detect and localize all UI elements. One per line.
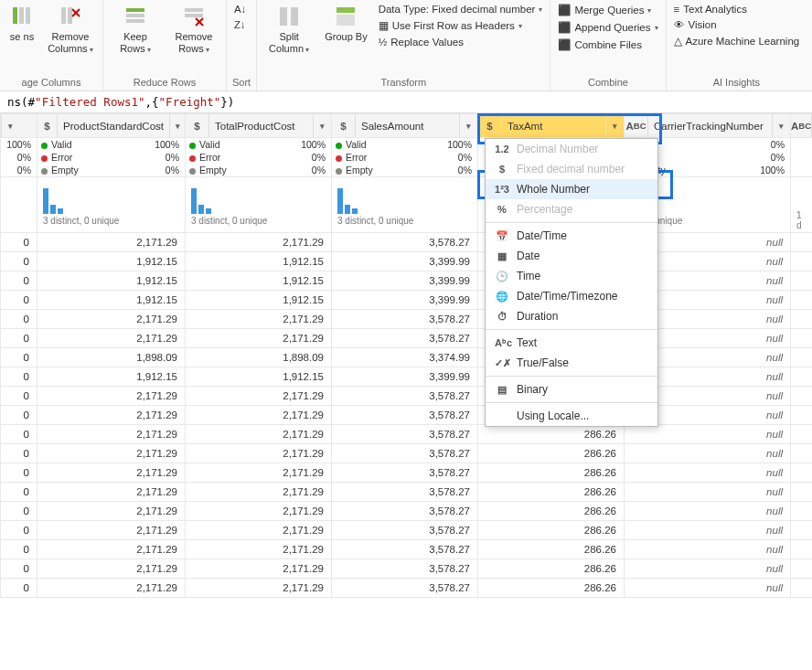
text-analytics-button[interactable]: ≡Text Analytics: [672, 2, 802, 16]
table-cell[interactable]: null: [625, 463, 791, 483]
combine-files-button[interactable]: ⬛Combine Files: [556, 37, 659, 53]
type-option-percentage[interactable]: %Percentage: [486, 199, 657, 219]
type-option-decimal-number[interactable]: 1.2Decimal Number: [486, 139, 657, 159]
table-cell[interactable]: 2,171.29: [186, 387, 332, 406]
type-option-true-false[interactable]: ✓✗True/False: [486, 353, 657, 373]
filter-button-SalesAmount[interactable]: ▾: [459, 114, 477, 137]
table-cell[interactable]: null: [625, 502, 791, 521]
table-cell[interactable]: 286.26: [478, 521, 625, 540]
column-header-SalesAmount[interactable]: SalesAmount: [356, 121, 459, 132]
table-cell[interactable]: 0: [1, 521, 37, 540]
table-cell[interactable]: 2,171.29: [37, 444, 186, 463]
column-header-CarrierTrackingNumber[interactable]: CarrierTrackingNumber: [648, 121, 772, 132]
type-option-date[interactable]: ▦Date: [486, 246, 657, 266]
azure-ml-button[interactable]: △Azure Machine Learning: [672, 33, 802, 49]
data-type-button[interactable]: Data Type: Fixed decimal number: [377, 2, 545, 16]
table-cell[interactable]: 0: [1, 579, 37, 598]
choose-columns-button[interactable]: se ns: [5, 2, 38, 45]
table-cell[interactable]: 1,912.15: [37, 367, 186, 387]
table-cell[interactable]: 0: [1, 425, 37, 444]
table-cell[interactable]: 0: [1, 367, 37, 387]
formula-bar[interactable]: ns(#"Filtered Rows1",{"Freight"}): [0, 91, 812, 113]
table-cell[interactable]: null: [625, 579, 791, 598]
table-cell[interactable]: 3,578.27: [332, 540, 478, 559]
table-cell[interactable]: 1,912.15: [37, 291, 186, 310]
table-cell[interactable]: 2,171.29: [186, 463, 332, 483]
type-option-text[interactable]: AᵇcText: [486, 333, 657, 353]
table-cell[interactable]: 3,578.27: [332, 406, 478, 425]
table-cell[interactable]: 3,374.99: [332, 348, 478, 367]
table-cell[interactable]: null: [625, 521, 791, 540]
table-cell[interactable]: 3,578.27: [332, 483, 478, 502]
type-option-using-locale-[interactable]: Using Locale...: [486, 406, 657, 426]
table-cell[interactable]: 0: [1, 444, 37, 463]
merge-queries-button[interactable]: ⬛Merge Queries: [556, 2, 659, 18]
table-cell[interactable]: 2,171.29: [186, 444, 332, 463]
table-cell[interactable]: 2,171.29: [37, 483, 186, 502]
table-cell[interactable]: 0: [1, 310, 37, 329]
table-cell[interactable]: 2,171.29: [37, 406, 186, 425]
first-row-headers-button[interactable]: ▦Use First Row as Headers: [377, 17, 545, 34]
remove-columns-button[interactable]: Remove Columns: [44, 2, 97, 58]
table-cell[interactable]: 2,171.29: [186, 329, 332, 348]
table-cell[interactable]: 2,171.29: [186, 521, 332, 540]
table-cell[interactable]: 3,578.27: [332, 387, 478, 406]
table-cell[interactable]: 1,912.15: [186, 252, 332, 271]
table-cell[interactable]: 286.26: [478, 483, 625, 502]
keep-rows-button[interactable]: Keep Rows: [109, 2, 162, 58]
table-cell[interactable]: 286.26: [478, 540, 625, 559]
table-cell[interactable]: 3,578.27: [332, 310, 478, 329]
table-cell[interactable]: 0: [1, 387, 37, 406]
table-cell[interactable]: 3,578.27: [332, 425, 478, 444]
table-cell[interactable]: 0: [1, 483, 37, 502]
table-cell[interactable]: 3,578.27: [332, 521, 478, 540]
type-button-CarrierTrackingNumber[interactable]: ABC: [625, 114, 648, 137]
table-cell[interactable]: 2,171.29: [37, 425, 186, 444]
row-filter-button[interactable]: ▾: [1, 114, 19, 137]
table-cell[interactable]: 2,171.29: [186, 406, 332, 425]
table-cell[interactable]: 2,171.29: [37, 463, 186, 483]
table-cell[interactable]: 3,578.27: [332, 233, 478, 252]
table-cell[interactable]: 2,171.29: [186, 579, 332, 598]
table-cell[interactable]: 1,898.09: [37, 348, 186, 367]
type-option-duration[interactable]: ⏱Duration: [486, 306, 657, 326]
column-header-TotalProductCost[interactable]: TotalProductCost: [209, 121, 313, 132]
table-cell[interactable]: 0: [1, 291, 37, 310]
table-cell[interactable]: 2,171.29: [37, 521, 186, 540]
table-cell[interactable]: 0: [1, 502, 37, 521]
table-cell[interactable]: 2,171.29: [37, 559, 186, 579]
table-cell[interactable]: 2,171.29: [37, 579, 186, 598]
table-cell[interactable]: 2,171.29: [37, 540, 186, 559]
table-cell[interactable]: 2,171.29: [186, 425, 332, 444]
table-cell[interactable]: 2,171.29: [37, 502, 186, 521]
filter-button-CarrierTrackingNumber[interactable]: ▾: [772, 114, 790, 137]
table-cell[interactable]: 2,171.29: [186, 310, 332, 329]
type-option-fixed-decimal-number[interactable]: $Fixed decimal number: [486, 159, 657, 179]
filter-button-ProductStandardCost[interactable]: ▾: [169, 114, 185, 137]
column-header-ProductStandardCost[interactable]: ProductStandardCost: [58, 121, 169, 132]
table-cell[interactable]: 1,912.15: [186, 271, 332, 291]
column-header-TaxAmt[interactable]: TaxAmt: [502, 121, 605, 132]
split-column-button[interactable]: Split Column: [262, 2, 315, 58]
table-cell[interactable]: 3,399.99: [332, 252, 478, 271]
type-button-ProductStandardCost[interactable]: $: [37, 114, 58, 137]
type-option-date-time[interactable]: 📅Date/Time: [486, 226, 657, 246]
table-cell[interactable]: null: [625, 483, 791, 502]
type-option-binary[interactable]: ▤Binary: [486, 379, 657, 399]
table-cell[interactable]: 1,912.15: [37, 271, 186, 291]
type-option-whole-number[interactable]: 1²3Whole Number: [486, 179, 657, 199]
type-option-time[interactable]: 🕒Time: [486, 266, 657, 286]
vision-button[interactable]: 👁Vision: [672, 17, 802, 32]
table-cell[interactable]: 286.26: [478, 559, 625, 579]
table-cell[interactable]: 1,912.15: [37, 252, 186, 271]
table-cell[interactable]: 3,399.99: [332, 291, 478, 310]
table-cell[interactable]: 3,578.27: [332, 329, 478, 348]
table-cell[interactable]: 0: [1, 348, 37, 367]
type-button-next[interactable]: ABC: [791, 114, 812, 137]
table-cell[interactable]: null: [625, 540, 791, 559]
sort-asc-button[interactable]: A↓: [232, 2, 248, 16]
table-cell[interactable]: 286.26: [478, 502, 625, 521]
type-button-SalesAmount[interactable]: $: [332, 114, 356, 137]
table-cell[interactable]: 0: [1, 559, 37, 579]
sort-desc-button[interactable]: Z↓: [232, 17, 248, 32]
